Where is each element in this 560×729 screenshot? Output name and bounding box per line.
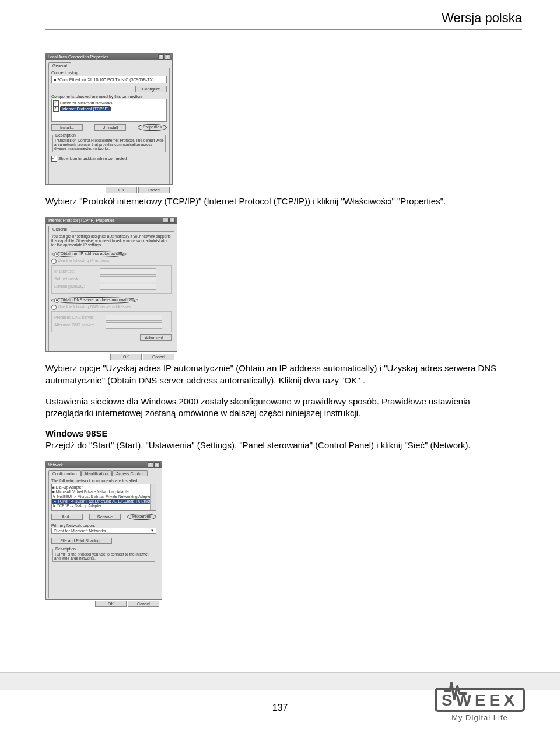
ok-button[interactable]: OK — [106, 187, 137, 193]
checkbox-icon[interactable] — [53, 106, 59, 112]
components-label: Components checked are used by this conn… — [51, 95, 167, 99]
header-rule — [46, 29, 522, 30]
list-item[interactable]: ■ Microsoft Virtual Private Networking A… — [52, 490, 155, 494]
screenshot-tcpip-properties: Internet Protocol (TCP/IP) Properties ? … — [46, 217, 177, 352]
help-icon[interactable]: ? — [158, 54, 164, 60]
scrollbar[interactable] — [150, 484, 156, 510]
close-icon[interactable]: × — [169, 218, 175, 223]
tab-identification[interactable]: Identification — [81, 470, 112, 476]
intro-text: You can get IP settings assigned automat… — [51, 234, 172, 247]
list-item-tcpip[interactable]: Internet Protocol (TCP/IP) — [60, 106, 111, 111]
dialog-title: Local Area Connection Properties — [48, 54, 108, 60]
pref-dns-label: Preferred DNS server: — [54, 315, 106, 319]
gateway-field — [100, 284, 156, 290]
list-item[interactable]: ↳ NetBEUI -> Microsoft Virtual Private N… — [52, 494, 155, 499]
radio-icon[interactable] — [54, 298, 60, 303]
description-label: Description — [54, 547, 77, 551]
paragraph: Ustawienia sieciowe dla Windows 2000 zos… — [46, 396, 512, 420]
primary-logon-label: Primary Network Logon: — [51, 524, 156, 528]
adapter-name: ■ 3Com EtherLink XL 10/100 PCI TX NIC (3… — [54, 78, 154, 82]
subnet-mask-field — [100, 276, 156, 282]
remove-button[interactable]: Remove — [89, 514, 121, 520]
obtain-ip-auto[interactable]: Obtain an IP address automatically — [61, 252, 124, 256]
cancel-button[interactable]: Cancel — [128, 601, 159, 607]
properties-button[interactable]: Properties — [138, 124, 167, 131]
checkbox-icon[interactable] — [51, 156, 57, 162]
ok-button[interactable]: OK — [110, 354, 142, 360]
use-following-dns[interactable]: Use the following DNS server addresses: — [58, 305, 132, 309]
radio-icon[interactable] — [51, 259, 57, 264]
logo-wave-icon — [444, 678, 467, 702]
tab-general[interactable]: General — [48, 226, 71, 232]
radio-icon[interactable] — [51, 305, 57, 310]
list-item-selected[interactable]: ↳ TCP/IP -> 3Com Fast EtherLink XL 10/10… — [52, 499, 155, 504]
network-components-list[interactable]: ■ Dial-Up Adapter ■ Microsoft Virtual Pr… — [51, 484, 156, 511]
radio-icon[interactable] — [54, 252, 60, 257]
file-print-sharing-button[interactable]: File and Print Sharing... — [51, 538, 112, 544]
help-icon[interactable]: ? — [163, 218, 169, 223]
brand-logo: SWEEX My Digital Life — [432, 688, 528, 722]
chevron-down-icon[interactable]: ▼ — [150, 529, 154, 532]
dialog-title: Internet Protocol (TCP/IP) Properties — [48, 218, 114, 223]
page-footer: 137 SWEEX My Digital Life — [0, 662, 560, 729]
list-item[interactable]: ■ Dial-Up Adapter — [52, 485, 155, 490]
section-heading-win98: Windows 98SE — [46, 428, 522, 438]
components-installed-label: The following network components are ins… — [51, 479, 156, 483]
paragraph: Przejdź do "Start" (Start), "Ustawienia"… — [46, 440, 512, 451]
use-following-ip[interactable]: Use the following IP address: — [58, 259, 111, 263]
primary-logon-value[interactable]: Client for Microsoft Networks — [54, 529, 106, 533]
add-button[interactable]: Add... — [51, 514, 83, 520]
ip-address-label: IP address: — [54, 269, 100, 273]
alt-dns-field — [106, 322, 162, 329]
show-icon-label: Show icon in taskbar when connected — [58, 156, 127, 161]
paragraph: Wybierz "Protokół internetowy (TCP/IP)" … — [46, 196, 512, 207]
obtain-dns-auto[interactable]: Obtain DNS server address automatically — [61, 298, 135, 302]
screenshot-network: Network ? × ConfigurationIdentificationA… — [46, 461, 162, 600]
ok-button[interactable]: OK — [95, 601, 127, 607]
cancel-button[interactable]: Cancel — [143, 354, 174, 360]
list-item[interactable]: Client for Microsoft Networks — [60, 101, 112, 105]
close-icon[interactable]: × — [154, 462, 160, 468]
description-text: TCP/IP is the protocol you use to connec… — [54, 552, 153, 560]
help-icon[interactable]: ? — [148, 462, 153, 468]
close-icon[interactable]: × — [164, 54, 170, 60]
connect-using-label: Connect using: — [51, 71, 167, 75]
description-text: Transmission Control Protocol/Internet P… — [54, 138, 164, 151]
advanced-button[interactable]: Advanced... — [140, 334, 172, 341]
list-item[interactable]: ↳ TCP/IP -> Dial-Up Adapter — [52, 504, 155, 508]
pref-dns-field — [106, 315, 162, 321]
install-button[interactable]: Install... — [51, 124, 83, 131]
subnet-mask-label: Subnet mask: — [54, 277, 100, 281]
dialog-title: Network — [48, 462, 63, 468]
ip-address-field — [100, 268, 156, 275]
page-header: Wersja polska — [46, 11, 522, 26]
brand-tagline: My Digital Life — [432, 713, 528, 722]
cancel-button[interactable]: Cancel — [138, 187, 170, 193]
configure-button[interactable]: Configure — [135, 86, 167, 92]
uninstall-button[interactable]: Uninstall — [94, 124, 126, 131]
properties-button[interactable]: Properties — [127, 514, 156, 520]
checkbox-icon[interactable] — [53, 100, 59, 106]
tab-configuration[interactable]: Configuration — [48, 470, 81, 476]
alt-dns-label: Alternate DNS server: — [54, 323, 106, 327]
description-label: Description — [54, 133, 77, 137]
tab-access-control[interactable]: Access Control — [112, 470, 148, 476]
tab-general[interactable]: General — [48, 62, 71, 68]
paragraph: Wybierz opcje "Uzyskaj adres IP automaty… — [46, 362, 512, 386]
screenshot-lan-properties: Local Area Connection Properties ? × Gen… — [46, 53, 173, 185]
gateway-label: Default gateway: — [54, 284, 100, 288]
